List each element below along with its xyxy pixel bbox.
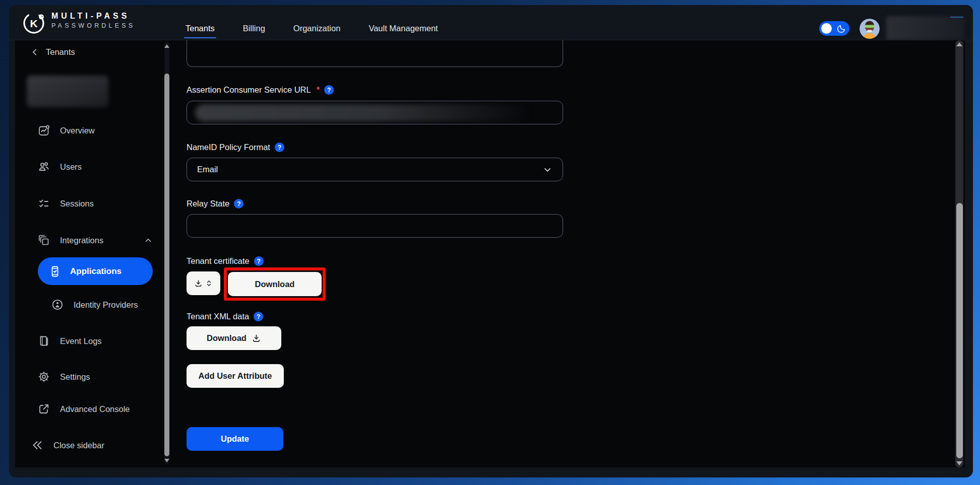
- sidebar-item-label: Users: [60, 162, 82, 172]
- chevron-up-icon: [144, 236, 153, 245]
- scroll-up-arrow-icon[interactable]: [164, 44, 169, 48]
- person-circle-icon: [51, 299, 64, 311]
- activity-chart-icon: [38, 124, 50, 136]
- certificate-download-button[interactable]: Download: [228, 272, 322, 296]
- sidebar-item-label: Identity Providers: [74, 300, 138, 310]
- nav-tab-vault-management[interactable]: Vault Management: [369, 24, 438, 33]
- close-sidebar-button[interactable]: Close sidebar: [31, 439, 104, 451]
- sidebar-item-identity-providers[interactable]: Identity Providers: [51, 299, 138, 311]
- sidebar-item-label: Sessions: [60, 199, 94, 209]
- sidebar-scrollbar[interactable]: [164, 42, 169, 464]
- sidebar-item-label: Overview: [60, 126, 95, 135]
- chevron-left-icon: [30, 47, 39, 56]
- nameid-help-badge[interactable]: ?: [275, 143, 284, 152]
- sidebar-item-users[interactable]: Users: [38, 161, 82, 173]
- sidebar-item-overview[interactable]: Overview: [38, 124, 95, 136]
- xml-download-button[interactable]: Download: [187, 326, 281, 350]
- chevron-down-icon: [542, 165, 553, 175]
- moon-icon: [836, 24, 846, 34]
- theme-toggle[interactable]: [819, 21, 849, 36]
- sidebar-scrollbar-thumb[interactable]: [164, 74, 169, 456]
- user-avatar[interactable]: [860, 19, 880, 39]
- sidebar-item-event-logs[interactable]: Event Logs: [38, 335, 102, 347]
- top-navbar: K MULTI-PASS PASSWORDLESS Tenants Billin…: [9, 5, 973, 40]
- up-down-chevrons-icon: [205, 280, 213, 287]
- download-icon: [252, 333, 261, 343]
- acs-url-input[interactable]: [187, 101, 563, 124]
- redacted-username: [886, 16, 965, 40]
- sidebar-item-label: Integrations: [60, 236, 103, 245]
- scroll-down-arrow-icon[interactable]: [164, 459, 169, 462]
- nav-tab-tenants[interactable]: Tenants: [186, 24, 215, 33]
- acs-url-label: Assertion Consumer Service URL* ?: [187, 85, 334, 95]
- relay-state-input[interactable]: [187, 214, 563, 238]
- update-button-label: Update: [221, 434, 249, 444]
- acs-help-badge[interactable]: ?: [324, 85, 334, 95]
- relay-help-badge[interactable]: ?: [234, 199, 243, 209]
- nav-tab-organization[interactable]: Organization: [293, 24, 341, 33]
- add-user-attribute-label: Add User Attribute: [198, 371, 272, 381]
- checklist-icon: [38, 197, 50, 210]
- nameid-format-select[interactable]: Email: [187, 158, 563, 181]
- gear-icon: [38, 371, 50, 383]
- redacted-tenant-name: [27, 76, 108, 107]
- relay-label-text: Relay State: [187, 199, 229, 209]
- nameid-format-label: NameID Policy Format ?: [187, 143, 284, 152]
- external-link-icon: [38, 403, 50, 415]
- toggle-knob: [821, 23, 832, 34]
- content-area: Tenants Overview: [15, 40, 965, 467]
- main-scrollbar-thumb[interactable]: [956, 203, 963, 458]
- brand-line1: MULTI-PASS: [51, 12, 135, 21]
- sidebar-item-label: Settings: [60, 372, 90, 382]
- nav-tab-billing[interactable]: Billing: [243, 24, 265, 33]
- certificate-download-label: Download: [255, 280, 295, 289]
- acs-url-label-text: Assertion Consumer Service URL: [187, 85, 311, 95]
- required-asterisk: *: [317, 85, 320, 95]
- sidebar-item-label: Event Logs: [60, 336, 102, 346]
- scroll-down-arrow-icon[interactable]: [955, 461, 963, 465]
- sidebar-item-settings[interactable]: Settings: [38, 371, 90, 383]
- nameid-label-text: NameID Policy Format: [187, 143, 270, 152]
- logo-letter: K: [22, 12, 45, 35]
- tenant-xml-label: Tenant XML data ?: [187, 312, 263, 321]
- main-nav: Tenants Billing Organization Vault Manag…: [186, 24, 438, 33]
- update-button[interactable]: Update: [187, 427, 283, 451]
- cutoff-input-top[interactable]: [187, 40, 563, 67]
- redacted-acs-value: [195, 104, 532, 121]
- users-icon: [38, 161, 50, 173]
- brand-logo-icon: K: [22, 12, 45, 35]
- redaction-artifact: [950, 17, 963, 18]
- phone-check-icon: [49, 265, 61, 278]
- main-scrollbar[interactable]: [955, 40, 963, 467]
- double-chevron-left-icon: [31, 439, 43, 451]
- book-icon: [38, 335, 50, 347]
- relay-state-label: Relay State ?: [187, 199, 243, 209]
- stacked-copies-icon: [38, 234, 50, 246]
- tenant-certificate-label: Tenant certificate ?: [187, 256, 264, 266]
- desktop-background: K MULTI-PASS PASSWORDLESS Tenants Billin…: [0, 0, 980, 485]
- sidebar-item-advanced-console[interactable]: Advanced Console: [38, 403, 130, 415]
- app-window: K MULTI-PASS PASSWORDLESS Tenants Billin…: [9, 5, 973, 477]
- download-icon: [194, 279, 203, 288]
- sidebar-item-sessions[interactable]: Sessions: [38, 197, 94, 210]
- xml-download-label: Download: [207, 333, 247, 343]
- xml-help-badge[interactable]: ?: [254, 312, 263, 321]
- xml-label-text: Tenant XML data: [187, 312, 249, 321]
- back-to-tenants-link[interactable]: Tenants: [30, 47, 75, 57]
- sidebar-item-label: Advanced Console: [60, 404, 130, 414]
- sidebar-item-label: Applications: [70, 266, 121, 276]
- scroll-up-arrow-icon[interactable]: [955, 42, 963, 46]
- cert-label-text: Tenant certificate: [187, 256, 250, 266]
- certificate-format-select[interactable]: [187, 271, 220, 295]
- nameid-selected-value: Email: [197, 165, 218, 174]
- close-sidebar-label: Close sidebar: [53, 441, 104, 450]
- add-user-attribute-button[interactable]: Add User Attribute: [187, 364, 284, 388]
- sidebar-item-applications-active[interactable]: Applications: [38, 257, 153, 285]
- brand-line2: PASSWORDLESS: [51, 22, 135, 29]
- sidebar-item-integrations[interactable]: Integrations: [38, 234, 153, 246]
- brand-text: MULTI-PASS PASSWORDLESS: [51, 12, 135, 29]
- back-link-label: Tenants: [46, 47, 75, 57]
- cert-help-badge[interactable]: ?: [254, 256, 264, 266]
